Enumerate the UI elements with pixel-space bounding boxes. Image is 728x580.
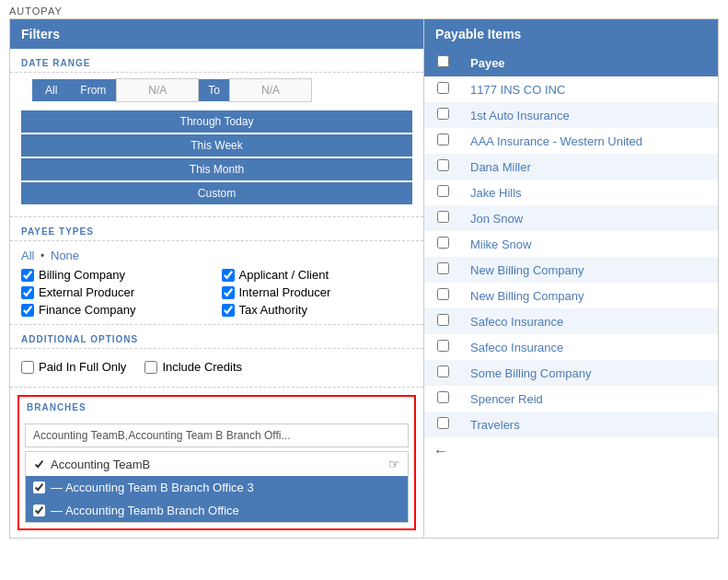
row-checkbox[interactable] <box>437 211 449 223</box>
table-row: Travelers <box>424 412 718 437</box>
additional-options-row: Paid In Full Only Include Credits <box>10 354 423 379</box>
row-checkbox[interactable] <box>437 237 449 249</box>
table-row: New Billing Company <box>424 257 718 283</box>
branch-accounting-teamb-label: Accounting TeamB <box>51 458 150 471</box>
payee-cell: Jake Hills <box>461 180 718 205</box>
row-checkbox-cell[interactable] <box>424 334 461 360</box>
table-row: 1177 INS CO INC <box>424 76 718 102</box>
from-date-input[interactable] <box>116 78 199 102</box>
payee-type-billing-company[interactable]: Billing Company <box>21 268 213 282</box>
payee-link[interactable]: New Billing Company <box>470 263 584 277</box>
this-week-btn[interactable]: This Week <box>21 134 412 157</box>
payee-type-finance-company[interactable]: Finance Company <box>21 303 213 317</box>
payee-link[interactable]: 1st Auto Insurance <box>470 109 570 122</box>
payee-type-tax-authority[interactable]: Tax Authority <box>222 303 413 317</box>
row-checkbox[interactable] <box>437 288 449 300</box>
payee-link[interactable]: 1177 INS CO INC <box>470 83 565 97</box>
billing-company-checkbox[interactable] <box>21 269 34 282</box>
row-checkbox-cell[interactable] <box>424 386 461 412</box>
additional-options-section: ADDITIONAL OPTIONS Paid In Full Only Inc… <box>10 325 423 388</box>
branch-item-teamb-branch-office[interactable]: — Accounting Teamb Branch Office <box>26 499 408 522</box>
select-all-checkbox[interactable] <box>437 55 449 67</box>
payee-link[interactable]: New Billing Company <box>470 289 584 303</box>
include-credits-option[interactable]: Include Credits <box>144 360 242 374</box>
row-checkbox[interactable] <box>437 185 449 197</box>
row-checkbox-cell[interactable] <box>424 360 461 386</box>
row-checkbox-cell[interactable] <box>424 180 461 205</box>
row-checkbox-cell[interactable] <box>424 76 461 102</box>
row-checkbox[interactable] <box>437 108 449 120</box>
row-checkbox-cell[interactable] <box>424 231 461 257</box>
row-checkbox[interactable] <box>437 417 449 429</box>
payee-link[interactable]: Spencer Reid <box>470 392 543 406</box>
all-date-btn[interactable]: All <box>32 79 70 101</box>
tax-authority-checkbox[interactable] <box>222 304 235 317</box>
row-checkbox-cell[interactable] <box>424 102 461 128</box>
branches-input[interactable] <box>25 423 409 447</box>
row-checkbox[interactable] <box>437 159 449 171</box>
payee-link[interactable]: Travelers <box>470 418 520 432</box>
custom-btn[interactable]: Custom <box>21 182 412 204</box>
filters-header: Filters <box>10 19 423 49</box>
payable-table: Payee 1177 INS CO INC 1st Auto Insurance… <box>424 49 718 437</box>
row-checkbox-cell[interactable] <box>424 257 461 283</box>
branch-item-branch-office-3[interactable]: — Accounting Team B Branch Office 3 <box>26 476 408 499</box>
payee-link[interactable]: Jon Snow <box>470 212 523 226</box>
payee-cell: 1177 INS CO INC <box>461 76 718 102</box>
branch-item-accounting-teamb[interactable]: Accounting TeamB ☞ <box>26 452 408 476</box>
row-checkbox[interactable] <box>437 391 449 403</box>
include-credits-checkbox[interactable] <box>144 361 157 374</box>
row-checkbox-cell[interactable] <box>424 283 461 308</box>
row-checkbox-cell[interactable] <box>424 412 461 437</box>
branch-accounting-teamb-checkbox[interactable] <box>33 458 45 470</box>
billing-company-label: Billing Company <box>39 268 125 282</box>
payee-link[interactable]: Miike Snow <box>470 238 531 251</box>
payee-all-none: All • None <box>10 247 423 268</box>
additional-options-title: ADDITIONAL OPTIONS <box>10 325 423 349</box>
row-checkbox-cell[interactable] <box>424 308 461 334</box>
row-checkbox[interactable] <box>437 340 449 352</box>
this-month-btn[interactable]: This Month <box>21 158 412 180</box>
payee-type-internal-producer[interactable]: Internal Producer <box>222 285 413 299</box>
payee-type-external-producer[interactable]: External Producer <box>21 285 213 299</box>
payee-link[interactable]: AAA Insurance - Western United <box>470 134 642 148</box>
external-producer-checkbox[interactable] <box>21 286 34 299</box>
payee-cell: Some Billing Company <box>461 360 718 386</box>
autopay-label: AUTOPAY <box>0 0 728 18</box>
payee-link[interactable]: Jake Hills <box>470 186 522 200</box>
prev-nav-arrow[interactable]: ← <box>433 443 448 458</box>
payable-checkbox-header[interactable] <box>424 49 461 76</box>
row-checkbox-cell[interactable] <box>424 205 461 231</box>
payee-link[interactable]: Some Billing Company <box>470 366 592 380</box>
payee-cell: Safeco Insurance <box>461 334 718 360</box>
payee-none-link[interactable]: None <box>51 249 79 262</box>
applicant-client-checkbox[interactable] <box>222 269 235 282</box>
table-row: AAA Insurance - Western United <box>424 128 718 154</box>
payee-all-link[interactable]: All <box>21 249 34 262</box>
finance-company-checkbox[interactable] <box>21 304 34 317</box>
row-checkbox[interactable] <box>437 82 449 94</box>
internal-producer-checkbox[interactable] <box>222 286 235 299</box>
date-range-title: DATE RANGE <box>10 49 423 73</box>
payee-type-applicant-client[interactable]: Applicant / Client <box>222 268 413 282</box>
payee-cell: Miike Snow <box>461 231 718 257</box>
row-checkbox-cell[interactable] <box>424 154 461 180</box>
payee-link[interactable]: Safeco Insurance <box>470 341 563 354</box>
teamb-branch-office-checkbox[interactable] <box>33 505 45 516</box>
through-today-btn[interactable]: Through Today <box>21 110 412 133</box>
to-date-input[interactable] <box>229 78 312 102</box>
row-checkbox[interactable] <box>437 133 449 145</box>
branch-office-3-checkbox[interactable] <box>33 481 45 493</box>
row-checkbox[interactable] <box>437 314 449 326</box>
tax-authority-label: Tax Authority <box>239 303 307 317</box>
branches-section: BRANCHES Accounting TeamB ☞ — Accounting… <box>17 395 416 530</box>
paid-in-full-option[interactable]: Paid In Full Only <box>21 360 126 374</box>
payee-link[interactable]: Safeco Insurance <box>470 315 563 329</box>
paid-in-full-checkbox[interactable] <box>21 361 34 374</box>
row-checkbox[interactable] <box>437 365 449 377</box>
row-checkbox[interactable] <box>437 262 449 274</box>
payee-link[interactable]: Dana Miller <box>470 160 531 174</box>
row-checkbox-cell[interactable] <box>424 128 461 154</box>
teamb-branch-office-label: — Accounting Teamb Branch Office <box>51 504 239 517</box>
branch-dropdown: Accounting TeamB ☞ — Accounting Team B B… <box>25 451 409 523</box>
